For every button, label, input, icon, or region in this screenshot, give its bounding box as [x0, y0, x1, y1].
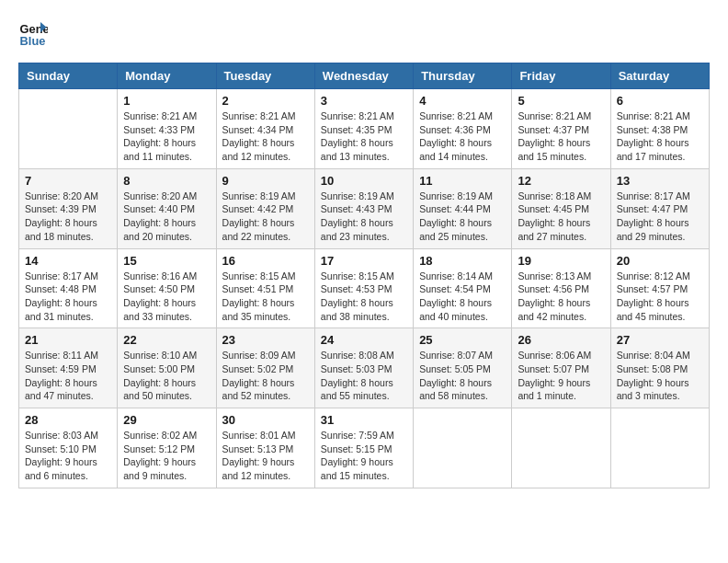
- calendar-cell: 28Sunrise: 8:03 AMSunset: 5:10 PMDayligh…: [19, 408, 118, 488]
- calendar-cell: 18Sunrise: 8:14 AMSunset: 4:54 PMDayligh…: [414, 248, 512, 328]
- day-number: 4: [419, 94, 506, 108]
- day-info: Sunrise: 8:02 AMSunset: 5:12 PMDaylight:…: [123, 429, 210, 483]
- calendar-cell: [610, 408, 709, 488]
- day-info: Sunrise: 8:04 AMSunset: 5:08 PMDaylight:…: [617, 349, 703, 403]
- calendar-week-row: 28Sunrise: 8:03 AMSunset: 5:10 PMDayligh…: [19, 408, 710, 488]
- calendar-cell: [512, 408, 610, 488]
- day-info: Sunrise: 8:07 AMSunset: 5:05 PMDaylight:…: [419, 349, 506, 403]
- day-info: Sunrise: 8:08 AMSunset: 5:03 PMDaylight:…: [321, 349, 407, 403]
- day-number: 9: [222, 174, 309, 188]
- day-info: Sunrise: 8:17 AMSunset: 4:48 PMDaylight:…: [25, 270, 111, 324]
- day-number: 16: [222, 254, 309, 268]
- day-info: Sunrise: 8:21 AMSunset: 4:35 PMDaylight:…: [321, 109, 407, 164]
- day-info: Sunrise: 8:18 AMSunset: 4:45 PMDaylight:…: [518, 190, 604, 244]
- day-number: 17: [321, 254, 407, 268]
- day-number: 12: [518, 174, 604, 188]
- calendar-cell: 11Sunrise: 8:19 AMSunset: 4:44 PMDayligh…: [414, 168, 512, 248]
- calendar-cell: 8Sunrise: 8:20 AMSunset: 4:40 PMDaylight…: [118, 168, 216, 248]
- day-number: 11: [419, 174, 506, 188]
- calendar-cell: 19Sunrise: 8:13 AMSunset: 4:56 PMDayligh…: [512, 248, 610, 328]
- calendar-cell: 26Sunrise: 8:06 AMSunset: 5:07 PMDayligh…: [512, 328, 610, 408]
- calendar-cell: 6Sunrise: 8:21 AMSunset: 4:38 PMDaylight…: [610, 89, 709, 169]
- day-number: 30: [222, 413, 309, 427]
- day-number: 1: [123, 94, 210, 108]
- day-number: 18: [419, 254, 506, 268]
- calendar-cell: 22Sunrise: 8:10 AMSunset: 5:00 PMDayligh…: [118, 328, 216, 408]
- day-number: 23: [222, 333, 309, 347]
- day-header: Saturday: [610, 63, 709, 89]
- calendar-cell: 17Sunrise: 8:15 AMSunset: 4:53 PMDayligh…: [314, 248, 413, 328]
- day-number: 5: [518, 94, 604, 108]
- day-number: 14: [25, 254, 111, 268]
- day-info: Sunrise: 7:59 AMSunset: 5:15 PMDaylight:…: [321, 429, 407, 483]
- day-info: Sunrise: 8:21 AMSunset: 4:36 PMDaylight:…: [419, 109, 506, 164]
- day-info: Sunrise: 8:15 AMSunset: 4:53 PMDaylight:…: [321, 270, 407, 324]
- day-info: Sunrise: 8:21 AMSunset: 4:34 PMDaylight:…: [222, 109, 309, 164]
- calendar-week-row: 1Sunrise: 8:21 AMSunset: 4:33 PMDaylight…: [19, 89, 710, 169]
- calendar-cell: 23Sunrise: 8:09 AMSunset: 5:02 PMDayligh…: [216, 328, 314, 408]
- day-info: Sunrise: 8:11 AMSunset: 4:59 PMDaylight:…: [25, 349, 111, 403]
- day-info: Sunrise: 8:21 AMSunset: 4:33 PMDaylight:…: [123, 109, 210, 164]
- day-header: Friday: [512, 63, 610, 89]
- calendar-cell: 15Sunrise: 8:16 AMSunset: 4:50 PMDayligh…: [118, 248, 216, 328]
- day-header: Wednesday: [314, 63, 413, 89]
- page-header: General Blue: [18, 18, 710, 48]
- calendar-cell: 7Sunrise: 8:20 AMSunset: 4:39 PMDaylight…: [19, 168, 118, 248]
- calendar-cell: 14Sunrise: 8:17 AMSunset: 4:48 PMDayligh…: [19, 248, 118, 328]
- calendar-cell: 2Sunrise: 8:21 AMSunset: 4:34 PMDaylight…: [216, 89, 314, 169]
- day-info: Sunrise: 8:06 AMSunset: 5:07 PMDaylight:…: [518, 349, 604, 403]
- calendar-cell: 9Sunrise: 8:19 AMSunset: 4:42 PMDaylight…: [216, 168, 314, 248]
- calendar-cell: 20Sunrise: 8:12 AMSunset: 4:57 PMDayligh…: [610, 248, 709, 328]
- day-info: Sunrise: 8:03 AMSunset: 5:10 PMDaylight:…: [25, 429, 111, 483]
- calendar-header-row: SundayMondayTuesdayWednesdayThursdayFrid…: [19, 63, 710, 89]
- day-number: 25: [419, 333, 506, 347]
- day-number: 3: [321, 94, 407, 108]
- day-info: Sunrise: 8:12 AMSunset: 4:57 PMDaylight:…: [617, 270, 703, 324]
- day-number: 29: [123, 413, 210, 427]
- calendar-cell: [414, 408, 512, 488]
- day-header: Monday: [118, 63, 216, 89]
- calendar-cell: 3Sunrise: 8:21 AMSunset: 4:35 PMDaylight…: [314, 89, 413, 169]
- day-number: 2: [222, 94, 309, 108]
- calendar-table: SundayMondayTuesdayWednesdayThursdayFrid…: [18, 63, 710, 488]
- calendar-cell: 24Sunrise: 8:08 AMSunset: 5:03 PMDayligh…: [314, 328, 413, 408]
- day-number: 6: [617, 94, 703, 108]
- day-info: Sunrise: 8:21 AMSunset: 4:37 PMDaylight:…: [518, 109, 604, 164]
- calendar-cell: 21Sunrise: 8:11 AMSunset: 4:59 PMDayligh…: [19, 328, 118, 408]
- calendar-cell: [19, 89, 118, 169]
- calendar-cell: 5Sunrise: 8:21 AMSunset: 4:37 PMDaylight…: [512, 89, 610, 169]
- calendar-cell: 13Sunrise: 8:17 AMSunset: 4:47 PMDayligh…: [610, 168, 709, 248]
- day-number: 22: [123, 333, 210, 347]
- day-info: Sunrise: 8:13 AMSunset: 4:56 PMDaylight:…: [518, 270, 604, 324]
- day-info: Sunrise: 8:20 AMSunset: 4:40 PMDaylight:…: [123, 190, 210, 244]
- calendar-cell: 31Sunrise: 7:59 AMSunset: 5:15 PMDayligh…: [314, 408, 413, 488]
- calendar-week-row: 7Sunrise: 8:20 AMSunset: 4:39 PMDaylight…: [19, 168, 710, 248]
- day-number: 28: [25, 413, 111, 427]
- calendar-cell: 27Sunrise: 8:04 AMSunset: 5:08 PMDayligh…: [610, 328, 709, 408]
- calendar-cell: 29Sunrise: 8:02 AMSunset: 5:12 PMDayligh…: [118, 408, 216, 488]
- day-number: 10: [321, 174, 407, 188]
- day-info: Sunrise: 8:19 AMSunset: 4:43 PMDaylight:…: [321, 190, 407, 244]
- day-number: 7: [25, 174, 111, 188]
- day-number: 24: [321, 333, 407, 347]
- calendar-cell: 25Sunrise: 8:07 AMSunset: 5:05 PMDayligh…: [414, 328, 512, 408]
- day-info: Sunrise: 8:16 AMSunset: 4:50 PMDaylight:…: [123, 270, 210, 324]
- day-header: Sunday: [19, 63, 118, 89]
- day-number: 15: [123, 254, 210, 268]
- calendar-cell: 4Sunrise: 8:21 AMSunset: 4:36 PMDaylight…: [414, 89, 512, 169]
- day-number: 13: [617, 174, 703, 188]
- day-number: 20: [617, 254, 703, 268]
- day-number: 31: [321, 413, 407, 427]
- day-header: Tuesday: [216, 63, 314, 89]
- day-header: Thursday: [414, 63, 512, 89]
- day-number: 8: [123, 174, 210, 188]
- day-info: Sunrise: 8:17 AMSunset: 4:47 PMDaylight:…: [617, 190, 703, 244]
- calendar-cell: 10Sunrise: 8:19 AMSunset: 4:43 PMDayligh…: [314, 168, 413, 248]
- logo: General Blue: [18, 18, 48, 48]
- day-info: Sunrise: 8:14 AMSunset: 4:54 PMDaylight:…: [419, 270, 506, 324]
- day-number: 19: [518, 254, 604, 268]
- calendar-week-row: 21Sunrise: 8:11 AMSunset: 4:59 PMDayligh…: [19, 328, 710, 408]
- calendar-cell: 1Sunrise: 8:21 AMSunset: 4:33 PMDaylight…: [118, 89, 216, 169]
- day-info: Sunrise: 8:19 AMSunset: 4:42 PMDaylight:…: [222, 190, 309, 244]
- svg-text:Blue: Blue: [20, 34, 46, 48]
